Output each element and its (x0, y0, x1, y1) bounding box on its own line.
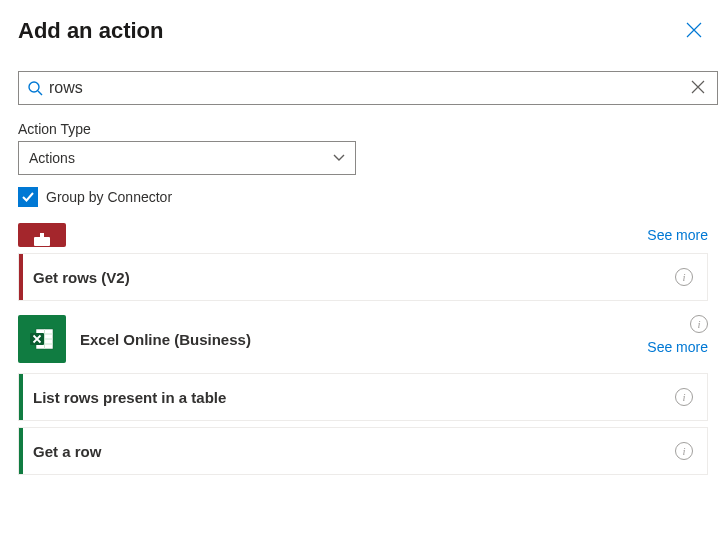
see-more-excel[interactable]: See more (647, 339, 708, 355)
action-label: Get rows (V2) (33, 269, 675, 286)
group-by-connector-label: Group by Connector (46, 189, 172, 205)
svg-rect-2 (34, 237, 50, 246)
action-get-a-row[interactable]: Get a row i (18, 427, 708, 475)
search-icon (27, 80, 43, 96)
accent-bar (19, 374, 23, 420)
search-input[interactable] (49, 79, 687, 97)
accent-bar (19, 254, 23, 300)
action-get-rows-v2[interactable]: Get rows (V2) i (18, 253, 708, 301)
see-more-sql[interactable]: See more (647, 227, 708, 243)
action-label: Get a row (33, 443, 675, 460)
info-icon[interactable]: i (675, 442, 693, 460)
info-icon[interactable]: i (675, 268, 693, 286)
svg-line-1 (38, 91, 42, 95)
action-type-label: Action Type (18, 121, 708, 137)
group-by-connector-checkbox[interactable] (18, 187, 38, 207)
accent-bar (19, 428, 23, 474)
action-label: List rows present in a table (33, 389, 675, 406)
svg-point-0 (29, 82, 39, 92)
connector-sql: See more Get rows (V2) i (18, 223, 708, 301)
check-icon (21, 190, 35, 204)
connector-excel: Excel Online (Business) i See more List … (18, 315, 708, 475)
close-button[interactable] (680, 18, 708, 45)
action-type-select[interactable]: Actions (18, 141, 356, 175)
search-field[interactable] (18, 71, 718, 105)
excel-connector-icon (18, 315, 66, 363)
page-title: Add an action (18, 18, 163, 44)
excel-connector-title: Excel Online (Business) (80, 331, 251, 348)
chevron-down-icon (333, 152, 345, 164)
sql-connector-icon (18, 223, 66, 247)
clear-search-button[interactable] (687, 76, 709, 101)
svg-rect-3 (40, 233, 44, 238)
close-icon (686, 22, 702, 38)
info-icon[interactable]: i (690, 315, 708, 333)
info-icon[interactable]: i (675, 388, 693, 406)
action-type-value: Actions (29, 150, 75, 166)
action-list-rows-present[interactable]: List rows present in a table i (18, 373, 708, 421)
clear-icon (691, 80, 705, 94)
